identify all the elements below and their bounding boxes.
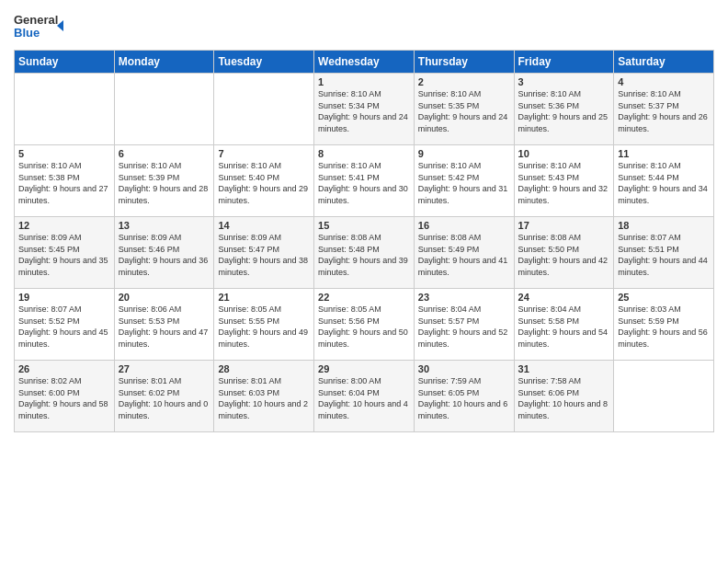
day-info: Sunrise: 8:05 AM Sunset: 5:56 PM Dayligh… — [318, 304, 410, 350]
day-number: 30 — [418, 363, 510, 374]
day-cell: 23Sunrise: 8:04 AM Sunset: 5:57 PM Dayli… — [414, 289, 514, 361]
day-cell: 19Sunrise: 8:07 AM Sunset: 5:52 PM Dayli… — [15, 289, 115, 361]
day-info: Sunrise: 8:01 AM Sunset: 6:02 PM Dayligh… — [119, 375, 210, 421]
day-number: 7 — [218, 148, 310, 159]
day-cell: 28Sunrise: 8:01 AM Sunset: 6:03 PM Dayli… — [214, 361, 314, 432]
day-cell — [15, 74, 115, 145]
day-cell: 15Sunrise: 8:08 AM Sunset: 5:48 PM Dayli… — [314, 217, 415, 289]
day-number: 6 — [119, 148, 210, 159]
day-info: Sunrise: 8:05 AM Sunset: 5:55 PM Dayligh… — [218, 304, 310, 350]
day-info: Sunrise: 8:10 AM Sunset: 5:34 PM Dayligh… — [318, 88, 410, 134]
day-cell — [214, 74, 314, 145]
day-cell: 26Sunrise: 8:02 AM Sunset: 6:00 PM Dayli… — [15, 361, 115, 432]
day-cell: 14Sunrise: 8:09 AM Sunset: 5:47 PM Dayli… — [214, 217, 314, 289]
day-cell: 3Sunrise: 8:10 AM Sunset: 5:36 PM Daylig… — [514, 74, 614, 145]
day-info: Sunrise: 8:00 AM Sunset: 6:04 PM Dayligh… — [318, 375, 410, 421]
day-info: Sunrise: 8:07 AM Sunset: 5:51 PM Dayligh… — [618, 232, 710, 278]
day-cell: 4Sunrise: 8:10 AM Sunset: 5:37 PM Daylig… — [614, 74, 714, 145]
calendar-body: 1Sunrise: 8:10 AM Sunset: 5:34 PM Daylig… — [15, 74, 714, 432]
header-row: SundayMondayTuesdayWednesdayThursdayFrid… — [15, 51, 714, 74]
day-info: Sunrise: 8:10 AM Sunset: 5:38 PM Dayligh… — [18, 160, 110, 206]
day-cell: 31Sunrise: 7:58 AM Sunset: 6:06 PM Dayli… — [514, 361, 614, 432]
day-number: 17 — [518, 220, 610, 231]
day-cell: 1Sunrise: 8:10 AM Sunset: 5:34 PM Daylig… — [314, 74, 415, 145]
logo-svg: General Blue — [14, 9, 69, 44]
day-info: Sunrise: 8:10 AM Sunset: 5:39 PM Dayligh… — [119, 160, 210, 206]
day-info: Sunrise: 8:07 AM Sunset: 5:52 PM Dayligh… — [18, 304, 110, 350]
day-number: 24 — [518, 292, 610, 303]
day-info: Sunrise: 8:09 AM Sunset: 5:45 PM Dayligh… — [18, 232, 110, 278]
day-number: 19 — [18, 292, 110, 303]
day-cell — [614, 361, 714, 432]
day-number: 2 — [418, 76, 510, 87]
day-info: Sunrise: 8:03 AM Sunset: 5:59 PM Dayligh… — [618, 304, 710, 350]
day-info: Sunrise: 8:09 AM Sunset: 5:46 PM Dayligh… — [119, 232, 210, 278]
calendar-header: SundayMondayTuesdayWednesdayThursdayFrid… — [15, 51, 714, 74]
header-cell-wednesday: Wednesday — [314, 51, 415, 74]
header-cell-monday: Monday — [114, 51, 214, 74]
header-cell-saturday: Saturday — [614, 51, 714, 74]
day-info: Sunrise: 8:10 AM Sunset: 5:44 PM Dayligh… — [618, 160, 710, 206]
header-cell-tuesday: Tuesday — [214, 51, 314, 74]
calendar-table: SundayMondayTuesdayWednesdayThursdayFrid… — [14, 50, 714, 432]
day-cell: 2Sunrise: 8:10 AM Sunset: 5:35 PM Daylig… — [414, 74, 514, 145]
day-cell: 5Sunrise: 8:10 AM Sunset: 5:38 PM Daylig… — [15, 145, 115, 217]
header: General Blue — [14, 9, 714, 44]
day-cell: 25Sunrise: 8:03 AM Sunset: 5:59 PM Dayli… — [614, 289, 714, 361]
day-number: 4 — [618, 76, 710, 87]
day-number: 14 — [218, 220, 310, 231]
day-info: Sunrise: 8:10 AM Sunset: 5:37 PM Dayligh… — [618, 88, 710, 134]
day-info: Sunrise: 8:10 AM Sunset: 5:40 PM Dayligh… — [218, 160, 310, 206]
day-cell: 17Sunrise: 8:08 AM Sunset: 5:50 PM Dayli… — [514, 217, 614, 289]
header-cell-friday: Friday — [514, 51, 614, 74]
day-cell: 16Sunrise: 8:08 AM Sunset: 5:49 PM Dayli… — [414, 217, 514, 289]
day-info: Sunrise: 8:09 AM Sunset: 5:47 PM Dayligh… — [218, 232, 310, 278]
day-info: Sunrise: 8:10 AM Sunset: 5:36 PM Dayligh… — [518, 88, 610, 134]
day-number: 26 — [18, 363, 110, 374]
day-number: 10 — [518, 148, 610, 159]
day-cell: 11Sunrise: 8:10 AM Sunset: 5:44 PM Dayli… — [614, 145, 714, 217]
day-number: 3 — [518, 76, 610, 87]
week-row-4: 19Sunrise: 8:07 AM Sunset: 5:52 PM Dayli… — [15, 289, 714, 361]
day-info: Sunrise: 8:08 AM Sunset: 5:50 PM Dayligh… — [518, 232, 610, 278]
day-number: 28 — [218, 363, 310, 374]
day-number: 9 — [418, 148, 510, 159]
day-number: 27 — [119, 363, 210, 374]
day-cell: 22Sunrise: 8:05 AM Sunset: 5:56 PM Dayli… — [314, 289, 415, 361]
day-number: 22 — [318, 292, 410, 303]
week-row-3: 12Sunrise: 8:09 AM Sunset: 5:45 PM Dayli… — [15, 217, 714, 289]
day-number: 21 — [218, 292, 310, 303]
day-cell: 12Sunrise: 8:09 AM Sunset: 5:45 PM Dayli… — [15, 217, 115, 289]
day-number: 20 — [119, 292, 210, 303]
day-info: Sunrise: 8:10 AM Sunset: 5:43 PM Dayligh… — [518, 160, 610, 206]
svg-text:General: General — [14, 13, 58, 27]
day-cell: 6Sunrise: 8:10 AM Sunset: 5:39 PM Daylig… — [114, 145, 214, 217]
day-number: 29 — [318, 363, 410, 374]
day-info: Sunrise: 7:58 AM Sunset: 6:06 PM Dayligh… — [518, 375, 610, 421]
day-cell: 30Sunrise: 7:59 AM Sunset: 6:05 PM Dayli… — [414, 361, 514, 432]
week-row-2: 5Sunrise: 8:10 AM Sunset: 5:38 PM Daylig… — [15, 145, 714, 217]
day-cell: 9Sunrise: 8:10 AM Sunset: 5:42 PM Daylig… — [414, 145, 514, 217]
day-number: 25 — [618, 292, 710, 303]
day-number: 11 — [618, 148, 710, 159]
day-info: Sunrise: 8:08 AM Sunset: 5:48 PM Dayligh… — [318, 232, 410, 278]
day-info: Sunrise: 7:59 AM Sunset: 6:05 PM Dayligh… — [418, 375, 510, 421]
day-info: Sunrise: 8:08 AM Sunset: 5:49 PM Dayligh… — [418, 232, 510, 278]
day-cell: 18Sunrise: 8:07 AM Sunset: 5:51 PM Dayli… — [614, 217, 714, 289]
day-number: 15 — [318, 220, 410, 231]
day-number: 16 — [418, 220, 510, 231]
day-number: 12 — [18, 220, 110, 231]
day-cell: 8Sunrise: 8:10 AM Sunset: 5:41 PM Daylig… — [314, 145, 415, 217]
day-cell: 7Sunrise: 8:10 AM Sunset: 5:40 PM Daylig… — [214, 145, 314, 217]
header-cell-thursday: Thursday — [414, 51, 514, 74]
svg-text:Blue: Blue — [14, 26, 40, 40]
day-info: Sunrise: 8:04 AM Sunset: 5:58 PM Dayligh… — [518, 304, 610, 350]
day-number: 1 — [318, 76, 410, 87]
day-number: 5 — [18, 148, 110, 159]
day-info: Sunrise: 8:10 AM Sunset: 5:41 PM Dayligh… — [318, 160, 410, 206]
day-cell: 13Sunrise: 8:09 AM Sunset: 5:46 PM Dayli… — [114, 217, 214, 289]
day-cell: 10Sunrise: 8:10 AM Sunset: 5:43 PM Dayli… — [514, 145, 614, 217]
day-cell: 29Sunrise: 8:00 AM Sunset: 6:04 PM Dayli… — [314, 361, 415, 432]
day-cell: 27Sunrise: 8:01 AM Sunset: 6:02 PM Dayli… — [114, 361, 214, 432]
week-row-5: 26Sunrise: 8:02 AM Sunset: 6:00 PM Dayli… — [15, 361, 714, 432]
